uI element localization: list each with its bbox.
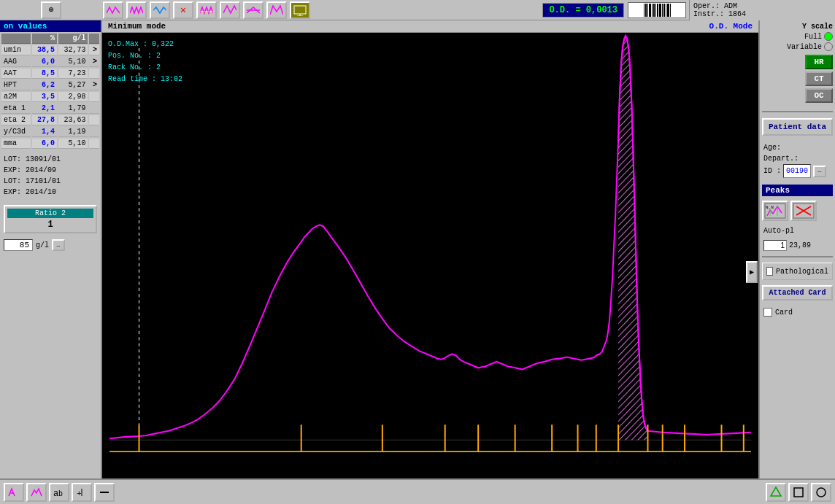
patient-data-btn[interactable]: Patient data [762, 118, 833, 136]
fraction-flag: > [89, 80, 99, 90]
auto-value: 23,89 [789, 241, 811, 249]
bottom-btn-4[interactable]: + [72, 483, 92, 502]
fraction-flag [89, 115, 99, 125]
ratio-box: Ratio 2 1 [4, 205, 97, 233]
fraction-gl: 32,73 [58, 45, 88, 55]
fraction-row: y/C3d 1,4 1,19 [1, 127, 99, 137]
fraction-name: eta 1 [1, 104, 31, 114]
wave-btn-4[interactable] [196, 1, 217, 19]
ct-mode-btn[interactable]: CT [805, 71, 833, 86]
id-more-btn[interactable]: … [813, 166, 826, 177]
card-row: Card [760, 304, 835, 320]
fraction-name: AAG [1, 57, 31, 67]
auto-input[interactable] [763, 240, 787, 251]
lot2: LOT: 17101/01 [4, 176, 97, 187]
fraction-gl: 7,23 [58, 69, 88, 79]
wave-btn-1[interactable] [103, 1, 123, 19]
nav-arrow-btn[interactable]: ▶ [746, 261, 758, 283]
exp2: EXP: 2014/10 [4, 187, 97, 198]
depart-label: Depart.: [763, 153, 831, 164]
attached-card-btn[interactable]: Attached Card [762, 285, 833, 301]
od-max: O.D.Max : 0,322 [108, 39, 182, 50]
full-scale-radio[interactable] [824, 32, 833, 41]
zoom-btn[interactable]: ⊕ [41, 1, 61, 19]
card-checkbox[interactable] [763, 308, 772, 317]
bottom-right-btn-3[interactable] [811, 483, 831, 502]
fraction-pct: 38,5 [32, 45, 57, 55]
fraction-flag: > [89, 57, 99, 67]
chart-header: Minimum mode O.D. Mode [102, 20, 758, 33]
peaks-header: Peaks [762, 185, 833, 196]
svg-point-40 [817, 488, 826, 497]
bottom-btn-3[interactable]: ab [49, 483, 69, 502]
variable-scale-label: Variable [787, 43, 822, 51]
full-scale-row: Full [762, 32, 833, 41]
chart-info: O.D.Max : 0,322 Pos. No. : 2 Rack No. : … [108, 39, 182, 85]
fraction-pct: 8,5 [32, 69, 57, 79]
peaks-delete-btn[interactable] [790, 201, 817, 221]
pathological-label: Pathological [776, 268, 828, 276]
fraction-name: mma [1, 139, 31, 149]
chart-svg [102, 33, 758, 478]
wave-btn-3[interactable] [150, 1, 170, 19]
wave-btn-6[interactable] [243, 1, 263, 19]
oc-mode-btn[interactable]: OC [805, 88, 833, 103]
wave-btn-2[interactable] [126, 1, 147, 19]
svg-text:N.N: N.N [766, 205, 774, 210]
pathological-row: Pathological [766, 267, 828, 276]
instrument-value: 1864 [728, 10, 746, 18]
bottom-btn-5[interactable] [94, 483, 115, 502]
fraction-name: y/C3d [1, 127, 31, 137]
card-checkbox-row: Card [763, 308, 831, 317]
screen-btn[interactable] [290, 1, 310, 19]
fraction-row: eta 1 2,1 1,79 [1, 104, 99, 114]
right-panel: Y scale Full Variable HR CT OC Patient d… [758, 20, 835, 478]
bottom-right-btn-1[interactable] [766, 483, 786, 502]
hr-mode-btn[interactable]: HR [805, 55, 833, 69]
bottom-input-row: 85 g/l … [0, 237, 101, 253]
peaks-controls: N.N [760, 198, 835, 223]
auto-pl-label: Auto-pl [760, 225, 835, 236]
bottom-small-btn[interactable]: … [52, 239, 65, 251]
fraction-col-gl: g/l [58, 34, 88, 44]
operator-info: Oper.: ADM Instr.: 1864 [689, 0, 835, 20]
fraction-row: a2M 3,5 2,98 [1, 92, 99, 102]
fraction-flag [89, 139, 99, 149]
bottom-right-btn-2[interactable] [788, 483, 809, 502]
lot-info: LOT: 13091/01 EXP: 2014/09 LOT: 17101/01… [0, 150, 101, 201]
fraction-gl: 5,27 [58, 80, 88, 90]
chart-container: Minimum mode O.D. Mode O.D.Max : 0,322 P… [102, 20, 758, 478]
fraction-pct: 3,5 [32, 92, 57, 102]
pathological-checkbox[interactable] [766, 267, 773, 276]
bottom-btn-1[interactable] [4, 483, 24, 502]
svg-marker-38 [771, 487, 781, 496]
operator-value: ADM [724, 2, 737, 10]
fraction-row: HPT 6,2 5,27 > [1, 80, 99, 90]
od-display: O.D. = 0,0013 [542, 3, 624, 18]
svg-text:b: b [58, 490, 63, 498]
wave-btn-5[interactable] [220, 1, 240, 19]
fraction-name: eta 2 [1, 115, 31, 125]
top-bar-left: ⊕ [0, 1, 102, 20]
fraction-gl: 1,19 [58, 127, 88, 137]
patient-info: Age: Depart.: ID : 00190 … [760, 140, 835, 180]
fraction-flag [89, 104, 99, 114]
ratio-label: Ratio 2 [7, 209, 93, 218]
wave-btn-x[interactable]: ✕ [173, 1, 193, 19]
y-scale-section: Y scale Full Variable HR CT OC [760, 20, 835, 107]
id-label: ID : [763, 166, 781, 177]
unit-label: g/l [36, 241, 49, 249]
full-scale-label: Full [804, 33, 822, 41]
fraction-row: AAG 6,0 5,10 > [1, 57, 99, 67]
fraction-gl: 2,98 [58, 92, 88, 102]
fraction-pct: 1,4 [32, 127, 57, 137]
rack-no: Rack No. : 2 [108, 62, 182, 74]
peaks-plot-btn[interactable]: N.N [762, 201, 788, 221]
read-time: Read time : 13:02 [108, 74, 182, 85]
fraction-pct: 6,2 [32, 80, 57, 90]
wave-btn-7[interactable] [266, 1, 287, 19]
variable-scale-radio[interactable] [824, 42, 833, 51]
bottom-btn-2[interactable] [26, 483, 47, 502]
instrument-label: Instr.: [693, 10, 724, 18]
fraction-gl: 23,63 [58, 115, 88, 125]
